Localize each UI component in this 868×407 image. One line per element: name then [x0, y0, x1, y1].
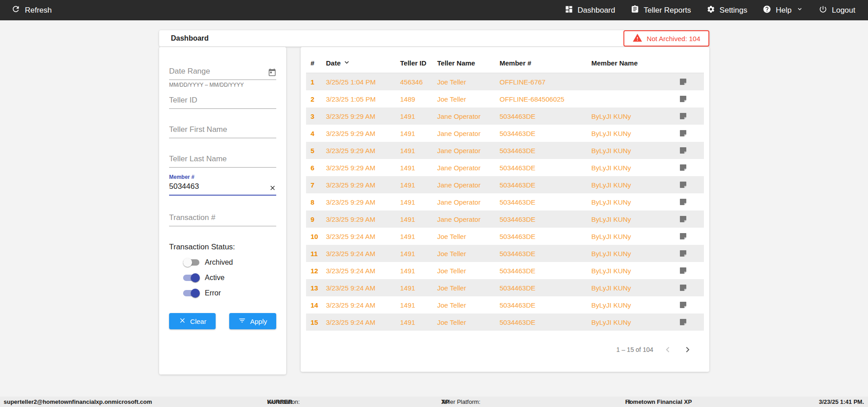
row-number: 5: [306, 147, 326, 154]
note-icon[interactable]: [677, 77, 704, 86]
col-header-member-number[interactable]: Member #: [500, 59, 591, 67]
toggle-active-switch[interactable]: [183, 273, 200, 282]
cell-teller-id: 1491: [400, 215, 437, 223]
note-icon[interactable]: [677, 232, 704, 241]
toggle-error[interactable]: Error: [183, 289, 276, 298]
table-row[interactable]: 6 3/23/25 9:29 AM 1491 Jane Operator 503…: [306, 159, 704, 176]
cell-member-name: ByLyJI KUNy: [591, 233, 677, 240]
cell-member-name: ByLyJI KUNy: [591, 147, 677, 154]
not-archived-badge[interactable]: Not Archived: 104: [623, 30, 709, 47]
table-row[interactable]: 4 3/23/25 9:29 AM 1491 Jane Operator 503…: [306, 125, 704, 142]
note-icon[interactable]: [677, 249, 704, 258]
transaction-number-input[interactable]: [169, 212, 276, 226]
cell-teller-name: Joe Teller: [437, 95, 500, 103]
clear-button[interactable]: Clear: [169, 313, 216, 329]
apply-button-label: Apply: [250, 318, 267, 325]
teller-first-name-input[interactable]: [169, 124, 276, 138]
toggle-archived[interactable]: Archived: [183, 258, 276, 267]
table-row[interactable]: 9 3/23/25 9:29 AM 1491 Jane Operator 503…: [306, 211, 704, 228]
table-row[interactable]: 3 3/23/25 9:29 AM 1491 Jane Operator 503…: [306, 108, 704, 125]
note-icon[interactable]: [677, 300, 704, 309]
nav-item-settings[interactable]: Settings: [707, 5, 747, 16]
member-clear-icon[interactable]: [269, 184, 276, 192]
cell-date: 3/23/25 9:29 AM: [326, 181, 400, 189]
date-range-input[interactable]: [169, 66, 276, 80]
note-icon[interactable]: [677, 180, 704, 189]
cell-teller-id: 1491: [400, 284, 437, 292]
row-number: 11: [306, 250, 326, 257]
cell-member-name: ByLyJI KUNy: [591, 215, 677, 223]
refresh-button[interactable]: Refresh: [11, 5, 52, 16]
cell-member-name: ByLyJI KUNy: [591, 130, 677, 137]
table-row[interactable]: 1 3/25/25 1:04 PM 456346 Joe Teller OFFL…: [306, 73, 704, 90]
transactions-table-card: # Date Teller ID Teller Name Member # Me…: [301, 47, 709, 372]
row-number: 10: [306, 233, 326, 240]
table-row[interactable]: 2 3/23/25 1:05 PM 1489 Joe Teller OFFLIN…: [306, 90, 704, 108]
table-row[interactable]: 7 3/23/25 9:29 AM 1491 Jane Operator 503…: [306, 176, 704, 193]
nav-item-logout[interactable]: Logout: [819, 5, 855, 16]
cell-member-name: ByLyJI KUNy: [591, 267, 677, 275]
table-row[interactable]: 13 3/23/25 9:24 AM 1491 Joe Teller 50344…: [306, 279, 704, 296]
cell-teller-id: 1491: [400, 233, 437, 240]
cell-teller-name: Jane Operator: [437, 198, 500, 206]
cell-member-name: ByLyJI KUNy: [591, 112, 677, 120]
cell-date: 3/23/25 9:29 AM: [326, 130, 400, 137]
table-row[interactable]: 10 3/23/25 9:24 AM 1491 Joe Teller 50344…: [306, 228, 704, 245]
nav-teller-reports-label: Teller Reports: [644, 6, 691, 15]
toggle-archived-label: Archived: [205, 258, 233, 267]
transaction-status-label: Transaction Status:: [169, 243, 276, 252]
financial-institution-status: FI: Hometown Financial XP: [625, 397, 692, 407]
note-icon[interactable]: [677, 283, 704, 292]
previous-page-button[interactable]: [662, 344, 673, 355]
row-number: 4: [306, 130, 326, 137]
note-icon[interactable]: [677, 94, 704, 103]
note-icon[interactable]: [677, 163, 704, 172]
toggle-active[interactable]: Active: [183, 273, 276, 282]
table-row[interactable]: 14 3/23/25 9:24 AM 1491 Joe Teller 50344…: [306, 296, 704, 313]
apply-button[interactable]: Apply: [229, 313, 276, 329]
cell-member-number: 5034463DE: [500, 164, 591, 172]
note-icon[interactable]: [677, 146, 704, 155]
row-number: 9: [306, 215, 326, 223]
next-page-button[interactable]: [682, 344, 693, 355]
col-header-teller-name[interactable]: Teller Name: [437, 59, 500, 67]
table-row[interactable]: 8 3/23/25 9:29 AM 1491 Jane Operator 503…: [306, 193, 704, 211]
note-icon[interactable]: [677, 129, 704, 138]
note-icon[interactable]: [677, 197, 704, 206]
nav-item-dashboard[interactable]: Dashboard: [565, 5, 615, 16]
note-icon[interactable]: [677, 318, 704, 327]
cell-teller-id: 1491: [400, 250, 437, 257]
cell-member-number: 5034463DE: [500, 112, 591, 120]
nav-item-teller-reports[interactable]: Teller Reports: [631, 5, 691, 16]
row-number: 7: [306, 181, 326, 189]
member-number-input[interactable]: [169, 181, 276, 196]
cell-member-number: 5034463DE: [500, 267, 591, 275]
refresh-icon: [11, 5, 20, 16]
clear-button-label: Clear: [190, 318, 207, 325]
col-header-num[interactable]: #: [306, 59, 326, 67]
cell-date: 3/23/25 9:24 AM: [326, 318, 400, 326]
toggle-archived-switch[interactable]: [183, 258, 200, 267]
cell-teller-name: Joe Teller: [437, 250, 500, 257]
table-row[interactable]: 15 3/23/25 9:24 AM 1491 Joe Teller 50344…: [306, 313, 704, 331]
nav-item-help[interactable]: Help: [763, 5, 803, 16]
table-row[interactable]: 5 3/23/25 9:29 AM 1491 Jane Operator 503…: [306, 142, 704, 159]
cell-date: 3/23/25 9:24 AM: [326, 301, 400, 309]
table-row[interactable]: 12 3/23/25 9:24 AM 1491 Joe Teller 50344…: [306, 262, 704, 279]
table-row[interactable]: 11 3/23/25 9:24 AM 1491 Joe Teller 50344…: [306, 245, 704, 262]
cell-teller-id: 456346: [400, 78, 437, 86]
calendar-icon[interactable]: [268, 68, 276, 76]
toggle-error-switch[interactable]: [183, 289, 200, 298]
row-number: 15: [306, 318, 326, 326]
teller-id-input[interactable]: [169, 95, 276, 109]
clipboard-icon: [631, 5, 639, 16]
nav-logout-label: Logout: [832, 6, 855, 15]
cell-teller-id: 1491: [400, 130, 437, 137]
col-header-date[interactable]: Date: [326, 58, 400, 68]
note-icon[interactable]: [677, 215, 704, 224]
note-icon[interactable]: [677, 266, 704, 275]
note-icon[interactable]: [677, 112, 704, 121]
col-header-teller-id[interactable]: Teller ID: [400, 59, 437, 67]
teller-last-name-input[interactable]: [169, 154, 276, 168]
col-header-member-name[interactable]: Member Name: [591, 59, 677, 67]
